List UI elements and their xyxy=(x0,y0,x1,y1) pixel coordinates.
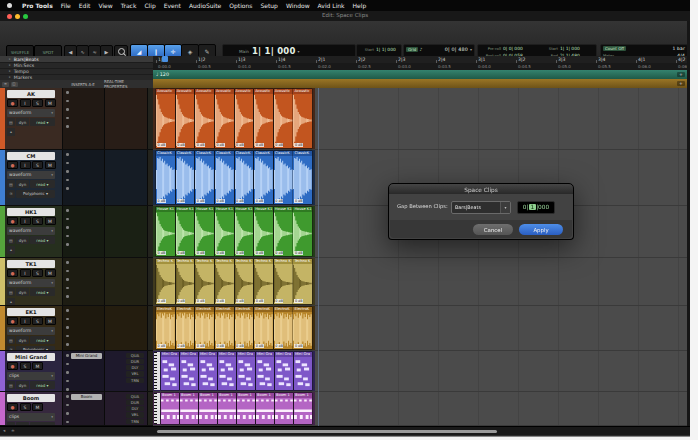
automation-dyn-chip[interactable]: dyn xyxy=(16,236,29,244)
clip[interactable]: Techno K0 dB xyxy=(156,259,175,304)
track-record-enable-button[interactable]: ● xyxy=(7,362,18,370)
chevron-down-icon[interactable]: ▾ xyxy=(470,47,472,52)
menu-help[interactable]: Help xyxy=(349,2,371,9)
insert-slot-bullet[interactable] xyxy=(66,153,69,156)
track-lane-ek1[interactable]: ElectroK0 dBElectroK0 dBElectroK0 dBElec… xyxy=(153,306,687,351)
rtp-trn[interactable]: TRN xyxy=(126,419,144,424)
grid-mode-chip[interactable]: Grid xyxy=(406,47,418,52)
insert-slot-bullet[interactable] xyxy=(66,343,69,346)
clip[interactable]: ElectroK0 dB xyxy=(195,307,214,349)
track-input-monitor-button[interactable]: I xyxy=(20,269,31,277)
clip-gain-badge[interactable]: 0 dB xyxy=(196,344,205,348)
clip-gain-badge[interactable]: 0 dB xyxy=(157,143,166,147)
insert-slot-bullet[interactable] xyxy=(66,170,69,173)
clip[interactable]: Boom 1 xyxy=(275,393,293,424)
insert-slot-bullet[interactable] xyxy=(66,226,69,229)
rtp-dur[interactable]: DUR xyxy=(126,400,144,405)
clip[interactable]: Boom 1 xyxy=(199,393,217,424)
clip-gain-badge[interactable]: 0 dB xyxy=(216,251,225,255)
insert-slot-bullet[interactable] xyxy=(66,335,69,338)
markers-ruler[interactable]: + xyxy=(153,79,687,88)
clip[interactable]: Boom 1 xyxy=(237,393,255,424)
track-name[interactable]: TK1 xyxy=(7,260,55,268)
track-name[interactable]: HK1 xyxy=(7,208,55,216)
insert-slot-bullet[interactable] xyxy=(66,108,69,111)
clip-gain-badge[interactable]: 0 dB xyxy=(294,143,303,147)
track-record-enable-button[interactable]: ● xyxy=(7,403,18,411)
insert-slot-bullet[interactable] xyxy=(66,295,69,298)
automation-mode-selector[interactable]: read ▾ xyxy=(30,336,55,344)
zoom-out-mini-icon[interactable]: ± xyxy=(11,428,15,433)
automation-mode-selector[interactable]: read ▾ xyxy=(30,381,55,389)
tempo-event-marker[interactable]: ♩ 120 xyxy=(156,72,169,77)
automation-icon[interactable]: ▤ xyxy=(7,236,15,244)
track-view-selector[interactable]: clips▾ xyxy=(7,413,55,421)
automation-mode-selector[interactable]: read ▾ xyxy=(30,118,55,126)
clip[interactable]: Boom 1 xyxy=(294,393,312,424)
pre-roll-label[interactable]: Pre-roll xyxy=(479,46,501,51)
chevron-down-icon[interactable]: ▾ xyxy=(298,49,300,54)
automation-dyn-chip[interactable]: dyn xyxy=(16,336,29,344)
clip-gain-badge[interactable]: 0 dB xyxy=(236,344,245,348)
track-solo-button[interactable]: S xyxy=(32,161,43,169)
automation-icon[interactable]: ▤ xyxy=(7,381,15,389)
clip[interactable]: ElectroK0 dB xyxy=(274,307,293,349)
clip-gain-badge[interactable]: 0 dB xyxy=(196,299,205,303)
track-list-menu-icon[interactable]: ≡ xyxy=(2,82,9,87)
clip-gain-badge[interactable]: 0 dB xyxy=(236,299,245,303)
clip[interactable]: ElectroK0 dB xyxy=(156,307,175,349)
playhead-marker[interactable] xyxy=(162,56,168,62)
clip[interactable]: Mini Gra xyxy=(161,352,179,390)
track-view-selector[interactable]: waveform▾ xyxy=(7,327,55,335)
track-name[interactable]: EK1 xyxy=(7,308,55,316)
clip[interactable]: Acoustic0 dB xyxy=(176,89,195,148)
clip-gain-badge[interactable]: 0 dB xyxy=(255,199,264,203)
track-solo-button[interactable]: S xyxy=(20,403,31,411)
clip[interactable]: Techno K0 dB xyxy=(274,259,293,304)
insert-slot-bullet[interactable] xyxy=(66,388,69,391)
menu-edit[interactable]: Edit xyxy=(75,2,95,9)
insert-slot-bullet[interactable] xyxy=(66,318,69,321)
clip-gain-badge[interactable]: 0 dB xyxy=(236,143,245,147)
clip[interactable]: Techno K0 dB xyxy=(195,259,214,304)
menu-track[interactable]: Track xyxy=(117,2,141,9)
clip[interactable]: Acoustic0 dB xyxy=(274,89,293,148)
clip-gain-badge[interactable]: 0 dB xyxy=(177,199,186,203)
insert-slot-bullet[interactable] xyxy=(66,235,69,238)
track-mute-button[interactable]: M xyxy=(45,269,56,277)
clip-gain-badge[interactable]: 0 dB xyxy=(255,251,264,255)
clip-gain-badge[interactable]: 0 dB xyxy=(196,251,205,255)
scroll-left-icon[interactable]: ◂ xyxy=(3,428,5,433)
clip[interactable]: ClassicK0 dB xyxy=(274,151,293,204)
clip[interactable]: Techno K0 dB xyxy=(293,259,312,304)
insert-slot-plugin[interactable]: Mini Grand xyxy=(71,353,102,360)
clip[interactable]: Mini Gra xyxy=(256,352,274,390)
track-view-selector[interactable]: clips▾ xyxy=(7,372,55,380)
pre-roll-value[interactable]: 0| 0| 000 xyxy=(503,46,523,51)
gap-units-dropdown[interactable]: Bars|Beats ▾ xyxy=(451,201,511,214)
grid-value[interactable]: 0| 0| 480 xyxy=(445,47,468,52)
track-lane-boom[interactable]: Boom 1Boom 1Boom 1Boom 1Boom 1Boom 1Boom… xyxy=(153,392,687,426)
clip[interactable]: Boom 1 xyxy=(256,393,274,424)
track-solo-button[interactable]: S xyxy=(20,362,31,370)
clip[interactable]: House K10 dB xyxy=(156,207,175,256)
insert-slot-bullet[interactable] xyxy=(66,100,69,103)
clip-gain-badge[interactable]: 0 dB xyxy=(275,199,284,203)
track-record-enable-button[interactable]: ● xyxy=(7,161,18,169)
insert-slot-bullet[interactable] xyxy=(66,395,69,398)
horizontal-scrollbar[interactable] xyxy=(157,430,497,433)
insert-slot-bullet[interactable] xyxy=(66,91,69,94)
clip-gain-badge[interactable]: 0 dB xyxy=(216,143,225,147)
track-name[interactable]: CM xyxy=(7,152,55,160)
track-solo-button[interactable]: S xyxy=(32,269,43,277)
menu-avid-link[interactable]: Avid Link xyxy=(314,2,349,9)
clip-gain-badge[interactable]: 0 dB xyxy=(157,199,166,203)
track-input-monitor-button[interactable]: I xyxy=(20,99,31,107)
count-off-value[interactable]: 1 bar xyxy=(673,46,685,51)
track-name[interactable]: Mini Grand xyxy=(7,353,55,361)
clip[interactable]: House K10 dB xyxy=(235,207,254,256)
clip-gain-badge[interactable]: 0 dB xyxy=(275,344,284,348)
clip[interactable]: ClassicK0 dB xyxy=(215,151,234,204)
clip-gain-badge[interactable]: 0 dB xyxy=(157,251,166,255)
track-record-enable-button[interactable]: ● xyxy=(7,269,18,277)
